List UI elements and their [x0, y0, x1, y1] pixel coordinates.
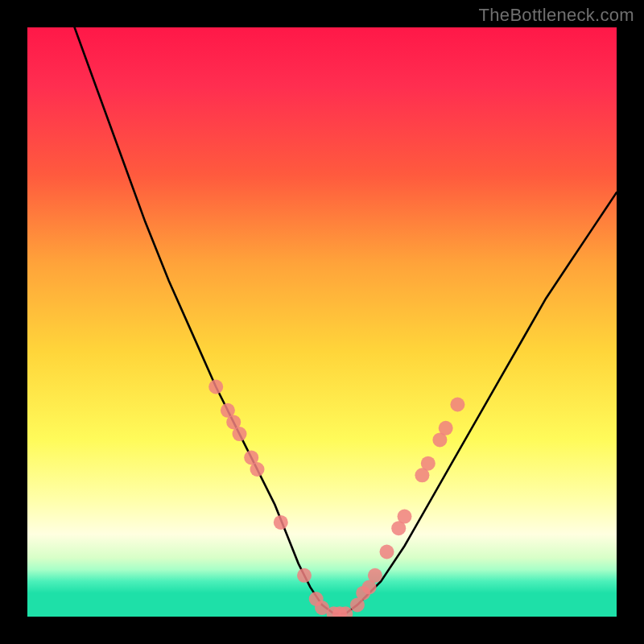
chart-frame: TheBottleneck.com — [0, 0, 644, 644]
marker-dots — [208, 380, 464, 617]
marker-dot — [208, 380, 223, 394]
marker-dot — [398, 510, 412, 524]
marker-dot — [368, 568, 382, 583]
marker-dot — [250, 462, 265, 477]
marker-dot — [233, 427, 247, 441]
marker-dot — [439, 421, 453, 436]
bottleneck-curve — [75, 27, 617, 613]
bottleneck-curve-svg — [27, 27, 617, 617]
plot-area — [27, 27, 617, 617]
marker-dot — [274, 515, 288, 530]
marker-dot — [450, 398, 464, 412]
marker-dot — [380, 545, 394, 559]
marker-dot — [297, 568, 312, 583]
watermark-text: TheBottleneck.com — [479, 5, 634, 26]
marker-dot — [421, 456, 436, 471]
